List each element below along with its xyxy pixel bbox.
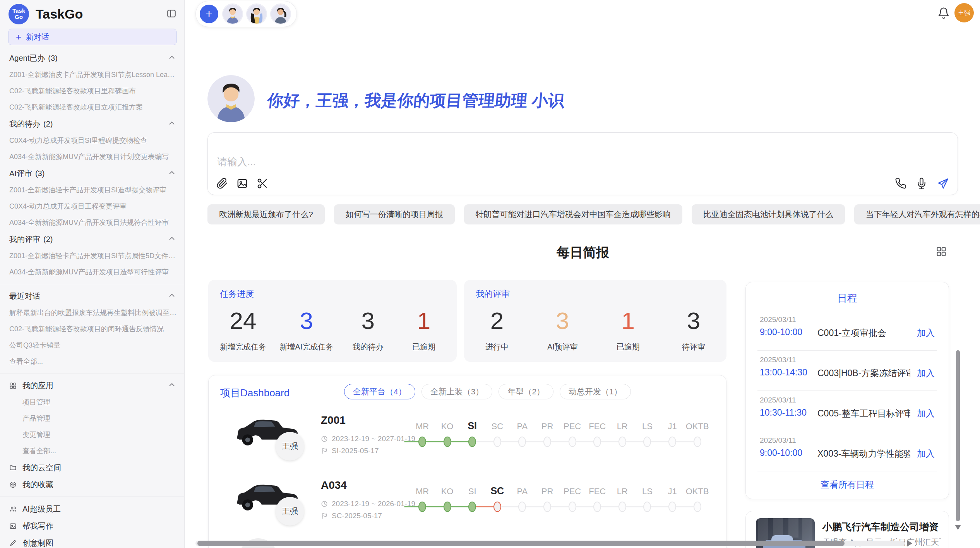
section-header-tasks-3[interactable]: 我的评审(2) [0, 231, 185, 248]
agent-avatar-3[interactable] [271, 4, 290, 24]
schedule-event-title: C001-立项审批会 [817, 327, 910, 339]
sidebar-item-my-apps[interactable]: 我的应用 [0, 377, 185, 394]
chevron-up-icon[interactable] [168, 168, 176, 179]
dashboard-filter-chip[interactable]: 动总开发（1） [560, 384, 631, 399]
new-chat-label: 新对话 [26, 32, 49, 42]
agent-avatar-1[interactable] [223, 4, 242, 24]
milestone-dot[interactable] [668, 502, 676, 512]
view-all-schedule-link[interactable]: 查看所有日程 [746, 479, 949, 491]
join-meeting-link[interactable]: 加入 [917, 367, 935, 379]
milestone-dot[interactable] [643, 502, 651, 512]
section-header-tasks-0[interactable]: Agent已办(3) [0, 50, 185, 67]
section-count: (2) [43, 120, 53, 128]
milestone-dot[interactable] [593, 437, 601, 447]
milestone-dot[interactable] [518, 437, 526, 447]
recent-chat-item[interactable]: 公司Q3轻卡销量 [0, 337, 185, 353]
milestone-dot[interactable] [569, 437, 576, 447]
attach-image-icon[interactable] [236, 178, 248, 189]
task-list-item[interactable]: Z001-全新燃油皮卡产品开发项目SI节点Lesson Learn报告 [0, 67, 185, 83]
task-list-item[interactable]: C0X4-动力总成开发项目SI里程碑提交物检查 [0, 132, 185, 149]
join-meeting-link[interactable]: 加入 [917, 327, 935, 339]
section-header-tasks-2[interactable]: AI评审(3) [0, 165, 185, 182]
app-menu-item[interactable]: 查看全部... [0, 443, 185, 459]
sidebar-item-my-cloud[interactable]: 我的云空间 [0, 459, 185, 476]
milestone-dot[interactable] [493, 437, 501, 447]
briefing-layout-grid-icon[interactable] [936, 246, 947, 257]
screenshot-scissors-icon[interactable] [257, 178, 268, 189]
sidebar-item-favorites[interactable]: 我的收藏 [0, 476, 185, 493]
dashboard-filter-chip[interactable]: 全新平台（4） [344, 384, 415, 399]
task-list-item[interactable]: C02-飞腾新能源轻客改款项目立项汇报方案 [0, 99, 185, 115]
join-meeting-link[interactable]: 加入 [917, 448, 935, 460]
recent-chat-item[interactable]: 解释最新出台的欧盟报废车法规再生塑料比例被调至15%... [0, 305, 185, 321]
milestone-dot[interactable] [543, 502, 551, 512]
milestone-dot[interactable] [444, 437, 451, 447]
milestone-dot[interactable] [444, 502, 451, 512]
milestone-label: LR [617, 486, 628, 497]
task-list-item[interactable]: A034-全新新能源MUV产品开发项目造型可行性评审 [0, 264, 185, 280]
milestone-dot[interactable] [543, 437, 551, 447]
sidebar-collapse-icon[interactable] [166, 9, 176, 19]
send-icon[interactable] [937, 178, 948, 189]
scroll-right-arrow-icon[interactable] [907, 540, 912, 546]
dashboard-filter-chip[interactable]: 全新上装（3） [421, 384, 493, 399]
milestone-dot[interactable] [593, 502, 601, 512]
milestone-dot[interactable] [418, 502, 426, 512]
suggestion-chip[interactable]: 欧洲新规最近颁布了什么? [207, 204, 325, 224]
sidebar-item-help-me-write[interactable]: 帮我写作 [0, 517, 185, 534]
notification-bell-icon[interactable] [937, 7, 950, 19]
chevron-up-icon[interactable] [168, 380, 176, 391]
sidebar-item-ai-super-staff[interactable]: AI超级员工 [0, 500, 185, 517]
add-session-button[interactable]: + [200, 5, 218, 23]
vertical-scrollbar-thumb[interactable] [956, 350, 960, 521]
horizontal-scrollbar-track[interactable] [195, 541, 905, 546]
chat-input[interactable]: 请输入... [217, 155, 256, 169]
suggestion-chip[interactable]: 特朗普可能对进口汽车增税会对中国车企造成哪些影响 [464, 204, 682, 224]
voice-call-icon[interactable] [895, 178, 906, 189]
chevron-up-icon[interactable] [168, 234, 176, 245]
milestone-dot[interactable] [418, 437, 426, 447]
horizontal-scrollbar-thumb[interactable] [197, 541, 845, 546]
user-avatar[interactable]: 王强 [954, 3, 974, 22]
suggestion-chip[interactable]: 如何写一份清晰的项目周报 [334, 204, 455, 224]
app-menu-item[interactable]: 变更管理 [0, 426, 185, 443]
task-list-item[interactable]: Z001-全新燃油轻卡产品开发项目SI节点属性5D文件评审 [0, 248, 185, 264]
milestone-dot[interactable] [493, 502, 501, 512]
suggestion-chip[interactable]: 比亚迪全固态电池计划具体说了什么 [692, 204, 845, 224]
new-chat-button[interactable]: + 新对话 [9, 29, 176, 45]
app-menu-item[interactable]: 产品管理 [0, 410, 185, 426]
attach-file-icon[interactable] [216, 178, 228, 189]
milestone-dot[interactable] [468, 502, 476, 512]
milestone-dot[interactable] [643, 437, 651, 447]
recent-chat-item[interactable]: C02-飞腾新能源轻客改款项目的闭环通告反馈情况 [0, 321, 185, 337]
my-apps-label: 我的应用 [22, 380, 53, 391]
task-list-item[interactable]: C0X4-动力总成开发项目工程变更评审 [0, 198, 185, 214]
dashboard-filter-chip[interactable]: 年型（2） [499, 384, 553, 399]
chevron-up-icon[interactable] [168, 291, 176, 301]
milestone-dot[interactable] [569, 502, 576, 512]
milestone-dot[interactable] [694, 502, 701, 512]
recent-chat-item[interactable]: 查看全部... [0, 353, 185, 370]
milestone-dot[interactable] [618, 502, 626, 512]
chevron-up-icon[interactable] [168, 53, 176, 63]
join-meeting-link[interactable]: 加入 [917, 408, 935, 420]
agent-avatar-2[interactable] [247, 4, 266, 24]
milestone-dot[interactable] [668, 437, 676, 447]
milestone-dot[interactable] [694, 437, 701, 447]
schedule-time: 13:00-14:30 [760, 367, 807, 378]
task-list-item[interactable]: C02-飞腾新能源轻客改款项目里程碑画布 [0, 83, 185, 99]
task-list-item[interactable]: A034-全新新能源MUV产品开发项目法规符合性评审 [0, 214, 185, 231]
suggestion-chip[interactable]: 当下年轻人对汽车外观有怎样的喜好趋势 [854, 204, 980, 224]
milestone-dot[interactable] [518, 502, 526, 512]
section-header-recent-chats[interactable]: 最近对话 [0, 288, 185, 305]
section-header-tasks-1[interactable]: 我的待办(2) [0, 115, 185, 132]
task-list-item[interactable]: Z001-全新燃油轻卡产品开发项目SI造型提交物评审 [0, 182, 185, 198]
chevron-up-icon[interactable] [168, 119, 176, 129]
microphone-icon[interactable] [916, 178, 927, 189]
task-list-item[interactable]: A034-全新新能源MUV产品开发项目计划变更表编写 [0, 149, 185, 165]
scroll-down-arrow-icon[interactable] [955, 525, 961, 530]
sidebar-item-creative-drawing[interactable]: 创意制图 [0, 534, 185, 548]
milestone-dot[interactable] [468, 437, 476, 447]
app-menu-item[interactable]: 项目管理 [0, 394, 185, 410]
milestone-dot[interactable] [618, 437, 626, 447]
